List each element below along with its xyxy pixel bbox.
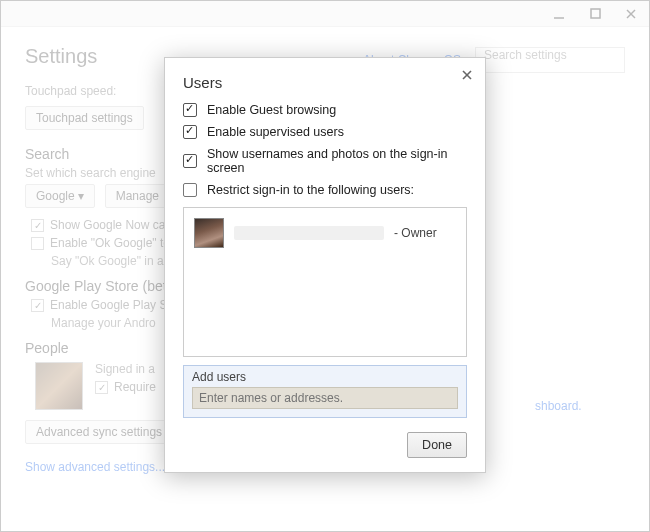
option-label: Show usernames and photos on the sign-in…	[207, 147, 467, 175]
done-button[interactable]: Done	[407, 432, 467, 458]
option-label: Enable Guest browsing	[207, 103, 336, 117]
user-avatar	[194, 218, 224, 248]
checkbox-icon	[183, 125, 197, 139]
user-name-redacted	[234, 226, 384, 240]
option-label: Enable supervised users	[207, 125, 344, 139]
enable-supervised-users-option[interactable]: Enable supervised users	[183, 125, 467, 139]
checkbox-icon	[183, 154, 197, 168]
show-usernames-option[interactable]: Show usernames and photos on the sign-in…	[183, 147, 467, 175]
close-icon	[461, 69, 473, 81]
restrict-signin-option[interactable]: Restrict sign-in to the following users:	[183, 183, 467, 197]
option-label: Restrict sign-in to the following users:	[207, 183, 414, 197]
users-list: - Owner	[183, 207, 467, 357]
checkbox-icon	[183, 183, 197, 197]
add-users-input[interactable]	[192, 387, 458, 409]
add-users-panel: Add users	[183, 365, 467, 418]
dialog-title: Users	[183, 74, 467, 91]
enable-guest-browsing-option[interactable]: Enable Guest browsing	[183, 103, 467, 117]
add-users-label: Add users	[192, 370, 458, 384]
users-dialog: Users Enable Guest browsing Enable super…	[164, 57, 486, 473]
user-list-item[interactable]: - Owner	[194, 218, 456, 248]
dialog-close-button[interactable]	[461, 68, 473, 84]
user-owner-tag: - Owner	[394, 226, 437, 240]
checkbox-icon	[183, 103, 197, 117]
